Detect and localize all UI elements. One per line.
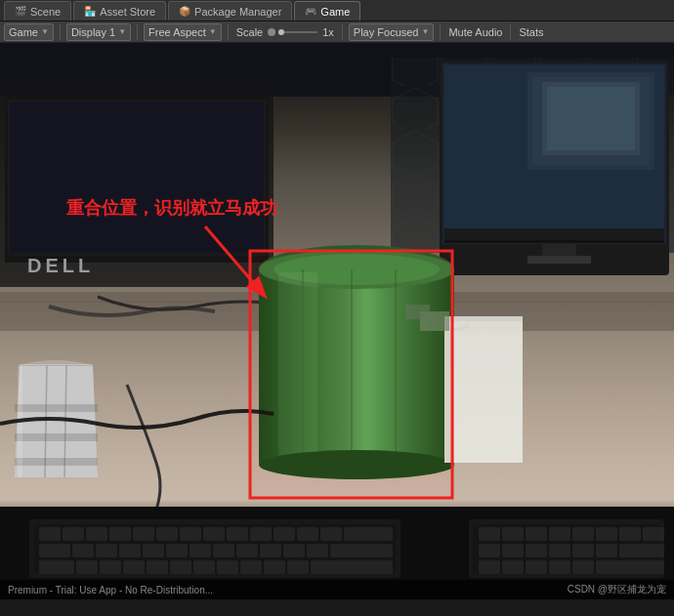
separator-3 [228, 24, 229, 40]
svg-rect-82 [283, 544, 305, 557]
svg-rect-85 [39, 560, 74, 574]
separator-2 [137, 24, 138, 40]
svg-rect-110 [549, 544, 570, 557]
svg-rect-73 [72, 544, 94, 557]
tab-scene[interactable]: 🎬 Scene [4, 1, 71, 21]
svg-rect-115 [502, 560, 524, 574]
scale-dot [268, 28, 275, 36]
svg-rect-52 [444, 316, 523, 321]
svg-rect-84 [330, 544, 393, 557]
separator-5 [440, 24, 441, 40]
play-focused-arrow: ▼ [422, 27, 430, 36]
svg-rect-38 [15, 433, 98, 441]
svg-rect-111 [572, 544, 594, 557]
svg-rect-64 [180, 527, 201, 541]
svg-rect-117 [549, 560, 570, 574]
separator-1 [60, 24, 61, 40]
svg-rect-21 [527, 256, 591, 264]
svg-rect-94 [264, 560, 285, 574]
game-viewport: DELL 重合位置，识别就立马成功 Premium - Trial: Use A… [0, 43, 674, 599]
aspect-dropdown-arrow: ▼ [209, 27, 217, 36]
svg-rect-58 [39, 527, 61, 541]
svg-rect-93 [240, 560, 262, 574]
svg-rect-88 [123, 560, 145, 574]
svg-rect-100 [502, 527, 524, 541]
svg-rect-65 [203, 527, 225, 541]
svg-rect-39 [15, 458, 98, 466]
aspect-dropdown[interactable]: Free Aspect ▼ [144, 23, 222, 41]
svg-rect-75 [119, 544, 141, 557]
svg-rect-123 [250, 251, 452, 498]
tab-asset-store[interactable]: 🏪 Asset Store [73, 1, 166, 21]
separator-6 [510, 24, 511, 40]
svg-rect-78 [190, 544, 211, 557]
tab-game[interactable]: 🎮 Game [294, 1, 360, 21]
svg-rect-79 [213, 544, 234, 557]
svg-rect-59 [63, 527, 84, 541]
svg-rect-25 [10, 102, 264, 253]
svg-rect-72 [39, 544, 70, 557]
svg-rect-102 [549, 527, 570, 541]
svg-rect-19 [444, 228, 664, 240]
game-icon: 🎮 [305, 6, 316, 17]
svg-rect-104 [596, 527, 617, 541]
svg-text:重合位置，识别就立马成功: 重合位置，识别就立马成功 [66, 197, 277, 218]
package-manager-icon: 📦 [179, 6, 190, 17]
svg-rect-95 [287, 560, 309, 574]
svg-rect-118 [572, 560, 594, 574]
svg-rect-108 [502, 544, 524, 557]
svg-rect-66 [227, 527, 248, 541]
svg-rect-116 [526, 560, 547, 574]
svg-rect-51 [444, 316, 523, 463]
svg-rect-81 [260, 544, 281, 557]
svg-rect-62 [133, 527, 154, 541]
separator-4 [342, 24, 343, 40]
svg-rect-61 [109, 527, 131, 541]
svg-rect-69 [297, 527, 318, 541]
stats-label[interactable]: Stats [517, 26, 545, 38]
watermark-right: CSDN @野区捕龙为宠 [568, 583, 666, 596]
scale-slider[interactable]: Scale 1x [234, 26, 336, 38]
watermark-left: Premium - Trial: Use App - No Re-Distrib… [8, 585, 213, 595]
svg-rect-76 [143, 544, 164, 557]
svg-rect-101 [526, 527, 547, 541]
svg-rect-63 [156, 527, 178, 541]
svg-rect-106 [643, 527, 664, 541]
svg-rect-77 [166, 544, 188, 557]
svg-rect-96 [311, 560, 393, 574]
tab-bar: 🎬 Scene 🏪 Asset Store 📦 Package Manager … [0, 0, 674, 21]
svg-rect-107 [479, 544, 500, 557]
svg-rect-112 [596, 544, 617, 557]
svg-rect-83 [307, 544, 328, 557]
svg-rect-114 [479, 560, 500, 574]
svg-rect-113 [619, 544, 664, 557]
svg-rect-119 [596, 560, 664, 574]
svg-rect-86 [76, 560, 98, 574]
svg-rect-70 [320, 527, 342, 541]
svg-rect-74 [96, 544, 117, 557]
svg-rect-109 [526, 544, 547, 557]
svg-rect-87 [100, 560, 121, 574]
svg-rect-103 [572, 527, 594, 541]
game-dropdown[interactable]: Game ▼ [4, 23, 54, 41]
svg-rect-37 [15, 404, 98, 412]
svg-rect-99 [479, 527, 500, 541]
scene-icon: 🎬 [15, 6, 26, 17]
svg-rect-89 [147, 560, 168, 574]
svg-rect-67 [250, 527, 272, 541]
display-dropdown[interactable]: Display 1 ▼ [66, 23, 131, 41]
svg-rect-105 [619, 527, 641, 541]
play-focused-dropdown[interactable]: Play Focused ▼ [349, 23, 435, 41]
scene-svg: DELL 重合位置，识别就立马成功 [0, 43, 674, 599]
svg-rect-68 [274, 527, 295, 541]
asset-store-icon: 🏪 [84, 6, 96, 17]
svg-rect-71 [344, 527, 393, 541]
svg-rect-17 [547, 87, 635, 150]
game-dropdown-arrow: ▼ [41, 27, 49, 36]
tab-package-manager[interactable]: 📦 Package Manager [168, 1, 292, 21]
mute-audio-label[interactable]: Mute Audio [446, 26, 504, 38]
display-dropdown-arrow: ▼ [118, 27, 126, 36]
svg-rect-92 [217, 560, 238, 574]
game-toolbar: Game ▼ Display 1 ▼ Free Aspect ▼ Scale 1… [0, 21, 674, 43]
scale-line [278, 31, 317, 33]
